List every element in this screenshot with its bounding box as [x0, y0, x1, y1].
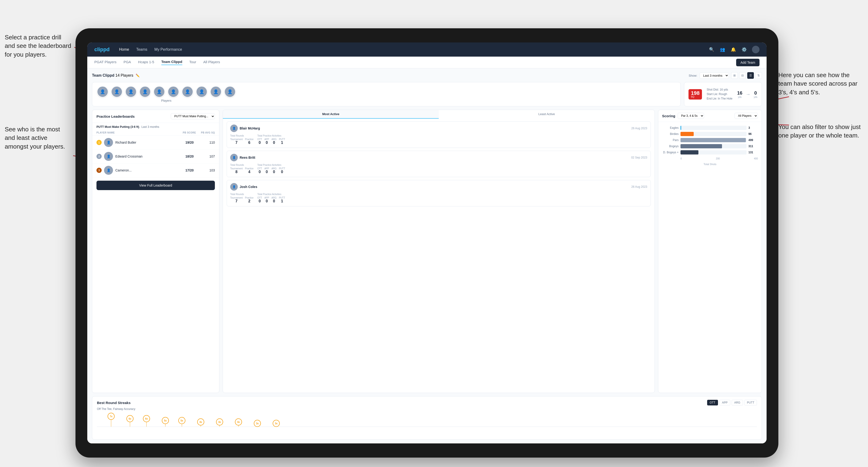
- grid-lg-view-btn[interactable]: ⊟: [739, 72, 746, 79]
- svg-text:4x: 4x: [199, 421, 202, 423]
- add-team-button[interactable]: Add Team: [736, 59, 760, 66]
- svg-text:6x: 6x: [129, 417, 131, 420]
- stat-group-rounds-3: Total Rounds Tournament 7 Practice: [230, 193, 253, 203]
- arg-stat-2: ARG 0: [272, 167, 277, 174]
- activity-avatar-1: 👤: [230, 125, 238, 132]
- shot-dist: Shot Dist: 16 yds: [707, 88, 733, 92]
- lb-row-2[interactable]: 2 👤 Edward Crossman 18/20 107: [92, 150, 219, 163]
- activity-date-1: 26 Aug 2023: [631, 127, 647, 130]
- tournament-value-1: 7: [230, 141, 243, 145]
- player-count: 14 Players: [115, 73, 133, 77]
- grid-sm-view-btn[interactable]: ⊞: [731, 72, 738, 79]
- activity-item-3-header: 👤 Josh Coles 26 Aug 2023: [230, 183, 647, 191]
- pars-value: 499: [748, 138, 758, 142]
- search-icon[interactable]: 🔍: [709, 46, 715, 53]
- nav-my-performance[interactable]: My Performance: [154, 48, 182, 52]
- player-avatar-8[interactable]: 👤: [196, 86, 207, 97]
- yds-start-label: yds: [737, 96, 742, 98]
- leaderboard-header: Practice Leaderboards PUTT Must Make Put…: [92, 110, 219, 123]
- sub-nav-pga[interactable]: PGA: [124, 60, 131, 65]
- activity-player-2: 👤 Rees Britt: [230, 154, 255, 161]
- total-shots-label: Total Shots: [662, 162, 758, 165]
- tab-least-active[interactable]: Least Active: [439, 110, 654, 119]
- settings-icon[interactable]: ⚙️: [741, 46, 747, 53]
- show-filter: Show: Last 3 months ⊞ ⊟ ☰ ⇅: [689, 72, 762, 79]
- sub-nav-all-players[interactable]: All Players: [203, 60, 220, 65]
- birdies-bar-container: [680, 132, 747, 136]
- streaks-section: Best Round Streaks OTT APP ARG PUTT Off …: [92, 396, 762, 440]
- all-players-filter-select[interactable]: All Players: [735, 113, 758, 119]
- arg-value-2: 0: [272, 170, 277, 174]
- player-avatar-1[interactable]: 👤: [97, 86, 108, 97]
- scoring-filter-select[interactable]: Par 3, 4 & 5s: [678, 113, 704, 119]
- rounds-label-1: Total Rounds: [230, 134, 253, 137]
- player-avatar-5[interactable]: 👤: [154, 86, 165, 97]
- streak-putt-btn[interactable]: PUTT: [744, 400, 757, 405]
- bell-icon[interactable]: 🔔: [730, 46, 736, 53]
- sub-nav-tour[interactable]: Tour: [189, 60, 196, 65]
- lb-rank-1: 1: [96, 140, 102, 145]
- player-avatar-10[interactable]: 👤: [224, 86, 236, 97]
- ott-label-1: OTT: [257, 138, 262, 141]
- player-avatar-6[interactable]: 👤: [168, 86, 179, 97]
- streaks-svg: 7x 6x 6x 5x: [97, 412, 757, 434]
- arg-label-2: ARG: [272, 167, 277, 170]
- subtitle-period: Last 3 months: [142, 125, 159, 129]
- leaderboard-card: Practice Leaderboards PUTT Must Make Put…: [92, 110, 219, 393]
- lb-score-1: 19/20: [175, 141, 194, 144]
- activity-player-3: 👤 Josh Coles: [230, 183, 257, 191]
- tournament-stat-1: Tournament 7: [230, 138, 243, 145]
- lb-name-1: Richard Butler: [115, 141, 173, 144]
- player-avatar-3[interactable]: 👤: [125, 86, 136, 97]
- view-full-leaderboard-button[interactable]: View Full Leaderboard: [96, 181, 215, 190]
- leaderboard-title: Practice Leaderboards: [96, 115, 135, 118]
- sub-nav-pgat[interactable]: PGAT Players: [94, 60, 117, 65]
- edit-icon[interactable]: ✏️: [135, 73, 140, 77]
- putt-label-3: PUTT: [279, 196, 285, 199]
- player-avatar-9[interactable]: 👤: [210, 86, 221, 97]
- tab-most-active[interactable]: Most Active: [223, 110, 439, 119]
- start-lie: Start Lie: Rough: [707, 92, 733, 96]
- putt-value-1: 1: [279, 141, 285, 145]
- chart-row-pars: Pars 499: [662, 138, 758, 142]
- list-view-btn[interactable]: ☰: [747, 72, 754, 79]
- drill-select[interactable]: PUTT Must Make Putting...: [171, 113, 215, 119]
- lb-row-3[interactable]: 3 👤 Cameron... 17/20 103: [92, 163, 219, 177]
- activity-item-2: 👤 Rees Britt 02 Sep 2023 Total Rounds: [227, 151, 651, 177]
- player-avatar-4[interactable]: 👤: [140, 86, 151, 97]
- app-stat-1: APP 0: [265, 138, 269, 145]
- dbogeys-value: 131: [748, 151, 758, 154]
- yds-connector: →: [746, 90, 750, 98]
- streak-app-btn[interactable]: APP: [719, 400, 730, 405]
- stat-group-rounds-1: Total Rounds Tournament 7 Practice: [230, 134, 253, 145]
- bogeys-value: 311: [748, 145, 758, 148]
- tablet-frame: clippd Home Teams My Performance 🔍 👥 🔔 ⚙…: [75, 28, 778, 458]
- activity-item-2-header: 👤 Rees Britt 02 Sep 2023: [230, 154, 647, 161]
- practice-activities-label-1: Total Practice Activities: [257, 134, 285, 137]
- sort-view-btn[interactable]: ⇅: [755, 72, 762, 79]
- lb-row-1[interactable]: 1 👤 Richard Butler 19/20 110: [92, 135, 219, 150]
- player-avatar-2[interactable]: 👤: [111, 86, 122, 97]
- sub-nav-hcaps[interactable]: Hcaps 1-5: [138, 60, 154, 65]
- chart-row-birdies: Birdies 96: [662, 132, 758, 136]
- nav-home[interactable]: Home: [119, 48, 129, 52]
- svg-text:6x: 6x: [145, 417, 148, 420]
- tournament-label-2: Tournament: [230, 167, 243, 170]
- tournament-stat-3: Tournament 7: [230, 196, 243, 203]
- practice-value-3: 2: [245, 199, 253, 203]
- nav-teams[interactable]: Teams: [136, 48, 147, 52]
- player-avatar-7[interactable]: 👤: [182, 86, 193, 97]
- shot-badge-unit: SQ: [691, 96, 700, 98]
- show-select[interactable]: Last 3 months: [700, 72, 729, 79]
- chart-row-bogeys: Bogeys 311: [662, 144, 758, 148]
- streak-ott-btn[interactable]: OTT: [707, 400, 718, 405]
- eagles-label: Eagles: [662, 126, 679, 129]
- streak-arg-btn[interactable]: ARG: [732, 400, 743, 405]
- stat-group-rounds-2: Total Rounds Tournament 8 Practice: [230, 164, 253, 174]
- avatar[interactable]: [752, 46, 760, 53]
- people-icon[interactable]: 👥: [719, 46, 725, 53]
- practice-stat-2: Practice 4: [245, 167, 253, 174]
- lb-avatar-2: 👤: [104, 152, 113, 161]
- eagles-bar: [680, 126, 681, 130]
- sub-nav-team-clippd[interactable]: Team Clippd: [161, 60, 182, 65]
